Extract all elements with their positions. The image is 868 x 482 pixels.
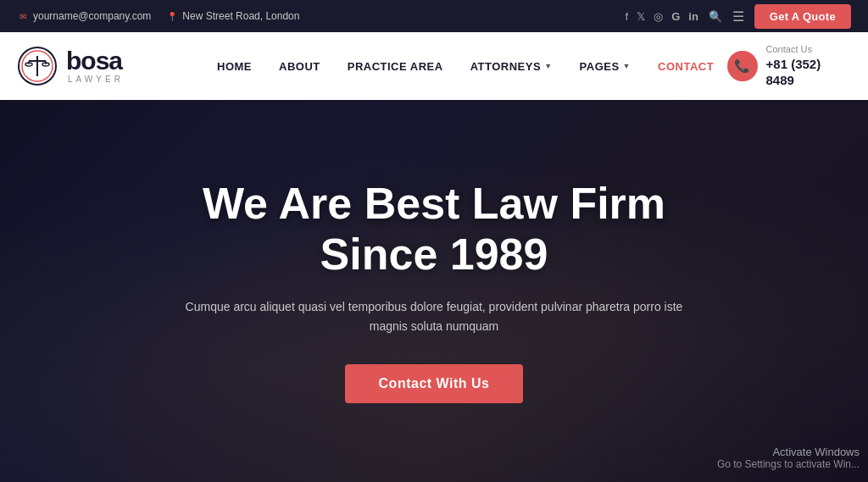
logo-name: bosa (66, 48, 124, 74)
nav-pages[interactable]: PAGES ▼ (566, 32, 644, 100)
address-text: New Street Road, London (182, 10, 299, 22)
activate-windows-subtitle: Go to Settings to activate Win... (717, 458, 860, 470)
linkedin-icon[interactable]: in (688, 10, 698, 23)
contact-phone-area: Contact Us +81 (352) 8489 (766, 43, 851, 88)
social-icons: f 𝕏 ◎ G in (626, 10, 698, 23)
top-bar: ✉ yourname@company.com 📍 New Street Road… (0, 0, 868, 32)
email-contact: ✉ yourname@company.com (17, 10, 151, 22)
nav-links: HOME ABOUT PRACTICE AREA ATTORNEYS ▼ PAG… (203, 32, 727, 100)
search-icon[interactable]: 🔍 (709, 10, 722, 23)
pages-arrow: ▼ (623, 62, 631, 70)
hero-content: We Are Best Law Firm Since 1989 Cumque a… (137, 179, 731, 403)
twitter-icon[interactable]: 𝕏 (637, 10, 645, 23)
logo-icon (17, 46, 58, 86)
top-bar-left: ✉ yourname@company.com 📍 New Street Road… (17, 10, 299, 22)
attorneys-arrow: ▼ (544, 62, 552, 70)
nav-practice-area[interactable]: PRACTICE AREA (334, 32, 457, 100)
logo-area: bosa LAWYER (17, 46, 170, 86)
hero-title: We Are Best Law Firm Since 1989 (154, 179, 714, 280)
hamburger-icon[interactable]: ☰ (732, 8, 744, 25)
phone-icon: 📞 (727, 51, 757, 81)
phone-number: +81 (352) 8489 (766, 56, 851, 89)
nav-about[interactable]: ABOUT (265, 32, 334, 100)
hero-section: We Are Best Law Firm Since 1989 Cumque a… (0, 100, 868, 482)
email-text: yourname@company.com (33, 10, 151, 22)
activate-windows-title: Activate Windows (717, 446, 860, 458)
facebook-icon[interactable]: f (626, 10, 629, 23)
navbar-right: 📞 Contact Us +81 (352) 8489 (727, 43, 851, 88)
address-contact: 📍 New Street Road, London (166, 10, 299, 22)
logo-sub: LAWYER (66, 75, 124, 84)
hero-subtitle: Cumque arcu aliquet quasi vel temporibus… (171, 297, 697, 338)
nav-home[interactable]: HOME (203, 32, 265, 100)
get-quote-button[interactable]: Get A Quote (754, 4, 851, 29)
logo-text-area: bosa LAWYER (66, 48, 124, 84)
nav-attorneys[interactable]: ATTORNEYS ▼ (457, 32, 566, 100)
google-icon[interactable]: G (671, 10, 680, 23)
navbar: bosa LAWYER HOME ABOUT PRACTICE AREA ATT… (0, 32, 868, 100)
top-bar-right: f 𝕏 ◎ G in 🔍 ☰ Get A Quote (626, 4, 851, 29)
instagram-icon[interactable]: ◎ (654, 10, 663, 23)
contact-us-label: Contact Us (766, 43, 851, 55)
contact-with-us-button[interactable]: Contact With Us (345, 364, 524, 403)
activate-windows-watermark: Activate Windows Go to Settings to activ… (717, 446, 860, 470)
nav-contact[interactable]: CONTACT (644, 32, 727, 100)
location-icon: 📍 (166, 10, 178, 22)
email-icon: ✉ (17, 10, 29, 22)
